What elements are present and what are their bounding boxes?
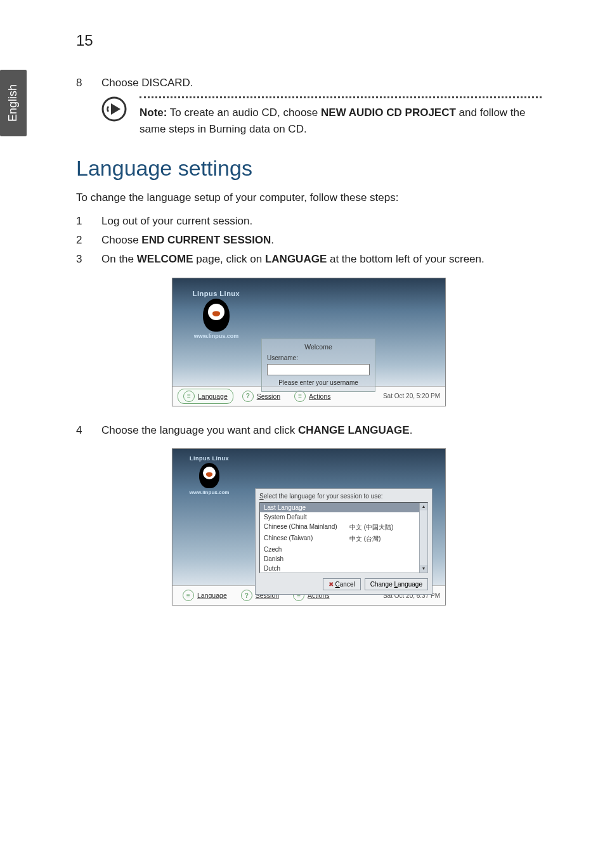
section-intro: To change the language setup of your com… [76,190,542,206]
scroll-down-icon[interactable]: ▾ [420,565,427,573]
penguin-icon [203,299,230,332]
welcome-screenshot: Linpus Linux www.linpus.com Welcome User… [172,278,446,406]
welcome-panel: Welcome Username: Please enter your user… [261,339,375,392]
step-4-number: 4 [76,422,101,439]
step-3-number: 3 [76,251,101,268]
help-icon: ? [242,391,254,402]
language-option[interactable]: System Default [260,512,427,522]
welcome-title: Welcome [267,343,370,351]
note-label: Note: [140,107,167,119]
side-language-label: English [7,84,20,122]
linpus-logo: Linpus Linux www.linpus.com [188,290,244,339]
language-dialog: Select the language for your session to … [255,488,433,595]
page-number: 15 [76,32,542,49]
username-label: Username: [267,354,370,361]
step-3-text: On the WELCOME page, click on LANGUAGE a… [101,251,542,268]
step-1-text: Log out of your current session. [101,213,542,230]
language-option[interactable]: Czech [260,545,427,554]
language-option[interactable]: Dutch [260,564,427,573]
username-input[interactable] [267,364,370,375]
clock: Sat Oct 20, 5:20 PM [383,392,440,399]
language-button[interactable]: ≡ Language [178,588,232,602]
scrollbar[interactable]: ▴ ▾ [419,503,427,573]
step-2-text: Choose END CURRENT SESSION. [101,232,542,249]
language-dialog-label: Select the language for your session to … [259,493,428,500]
change-language-button[interactable]: Change Language [365,578,428,590]
help-icon: ? [241,590,252,601]
menu-icon: ≡ [294,391,306,402]
step-2-number: 2 [76,232,101,249]
step-4-text: Choose the language you want and click C… [101,422,542,439]
linpus-logo: Linpus Linux www.linpus.com [188,455,230,495]
language-option[interactable]: Danish [260,554,427,564]
penguin-icon [199,463,219,488]
language-option[interactable]: Chinese (Taiwan)中文 (台灣) [260,533,427,545]
step-1-number: 1 [76,213,101,230]
language-list[interactable]: Last LanguageSystem DefaultChinese (Chin… [259,502,428,573]
note-icon [101,96,127,122]
note-text: Note: To create an audio CD, choose NEW … [140,96,542,137]
step-8-number: 8 [76,75,101,91]
globe-icon: ≡ [183,391,195,402]
step-8-text: Choose DISCARD. [101,75,542,91]
language-button[interactable]: ≡ Language [178,389,233,404]
scroll-up-icon[interactable]: ▴ [420,503,427,510]
side-language-tab: English [0,70,27,136]
globe-icon: ≡ [183,590,194,601]
username-hint: Please enter your username [267,379,370,386]
language-option[interactable]: Last Language [260,503,427,512]
language-option[interactable]: Chinese (China Mainland)中文 (中国大陆) [260,522,427,533]
language-select-screenshot: Linpus Linux www.linpus.com Select the l… [172,448,446,606]
section-title: Language settings [76,156,542,181]
cancel-button[interactable]: ✖Cancel [323,578,361,590]
